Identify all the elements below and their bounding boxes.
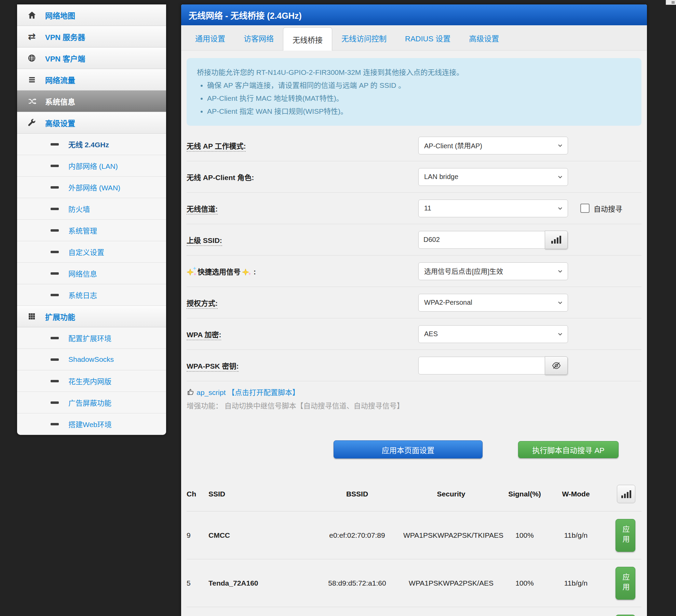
chevron-down-icon xyxy=(557,205,564,212)
apply-page-settings-button[interactable]: 应用本页面设置 xyxy=(334,440,483,458)
quick-signal-select[interactable]: 选用信号后点击[应用]生效 xyxy=(418,262,568,280)
info-bullet: AP-Client 指定 WAN 接口规则(WISP特性)。 xyxy=(207,105,631,118)
sidebar-subitem-label: 搭建Web环境 xyxy=(68,419,112,429)
ap-script-link[interactable]: ap_script 【点击打开配置脚本】 xyxy=(187,387,641,397)
sidebar-item-system-info[interactable]: 系统信息 xyxy=(17,91,166,112)
table-row: 5 Tenda_72A160 58:d9:d5:72:a1:60 WPA1PSK… xyxy=(187,559,641,607)
channel-value: 11 xyxy=(424,204,431,212)
sidebar-subitem-web-env[interactable]: 搭建Web环境 xyxy=(17,413,166,435)
auth-method-label: 授权方式: xyxy=(187,298,418,308)
cell-bssid: e0:ef:02:70:07:89 xyxy=(311,531,403,539)
sidebar-subitem-custom-settings[interactable]: 自定义设置 xyxy=(17,241,166,263)
sidebar-subitem-label: 内部网络 (LAN) xyxy=(68,161,118,171)
auto-search-checkbox[interactable] xyxy=(580,204,590,213)
apply-ap-button[interactable]: 应用 xyxy=(616,519,635,552)
sidebar-subitem-peanut-shell[interactable]: 花生壳内网版 xyxy=(17,370,166,392)
row-quick-signal: 快捷选用信号 : 选用信号后点击[应用]生效 xyxy=(187,256,641,287)
chevron-down-icon xyxy=(557,174,564,180)
sidebar-subitem-wan[interactable]: 外部网络 (WAN) xyxy=(17,177,166,198)
sidebar-item-label: 网络流量 xyxy=(45,74,75,85)
actions-row: 应用本页面设置 执行脚本自动搜寻 AP xyxy=(181,440,647,458)
sidebar-subitem-system-admin[interactable]: 系统管理 xyxy=(17,220,166,241)
dash-icon xyxy=(51,401,59,404)
cell-ch: 5 xyxy=(187,579,208,587)
sidebar-subitem-system-log[interactable]: 系统日志 xyxy=(17,284,166,306)
sparkles-icon xyxy=(187,266,198,276)
wrench-icon xyxy=(26,118,38,127)
sidebar-item-extensions[interactable]: 扩展功能 xyxy=(17,306,166,327)
chevron-down-icon xyxy=(557,142,564,149)
dash-icon xyxy=(51,380,59,382)
dash-icon xyxy=(51,294,59,296)
tab-guest-network[interactable]: 访客网络 xyxy=(234,25,283,50)
sidebar-item-vpn-client[interactable]: VPN 客户端 xyxy=(17,47,166,69)
col-ssid: SSID xyxy=(208,490,311,498)
sidebar-subitem-label: 广告屏蔽功能 xyxy=(68,397,111,408)
ap-scan-table: Ch SSID BSSID Security Signal(%) W-Mode … xyxy=(181,477,647,616)
ap-client-role-select[interactable]: LAN bridge xyxy=(418,168,568,186)
page-header: 无线网络 - 无线桥接 (2.4GHz) xyxy=(181,4,647,25)
wpa-encryption-value: AES xyxy=(424,330,438,338)
sidebar-subitem-config-ext-env[interactable]: 配置扩展环境 xyxy=(17,327,166,349)
retweet-icon: ⇄ xyxy=(26,31,38,42)
thumbs-up-icon xyxy=(187,388,194,396)
sidebar-subitem-label: 系统管理 xyxy=(68,225,97,235)
home-icon xyxy=(26,11,38,20)
script-block: ap_script 【点击打开配置脚本】 增强功能： 自动切换中继信号脚本【自动… xyxy=(181,381,647,410)
info-bullets: 确保 AP 客户端连接，请设置相同的信道与远端 AP 的 SSID 。 AP-C… xyxy=(207,79,631,118)
traffic-bars-icon xyxy=(26,76,38,84)
run-script-auto-search-button[interactable]: 执行脚本自动搜寻 AP xyxy=(518,441,619,458)
page: { "sidebar": { "top": [ { "label": "网络地图… xyxy=(0,0,676,616)
sidebar-item-label: VPN 客户端 xyxy=(45,53,85,64)
dash-icon xyxy=(51,165,59,167)
tab-wireless-bridge[interactable]: 无线桥接 xyxy=(283,27,332,51)
scan-signal-button[interactable] xyxy=(545,231,568,249)
cell-wmode: 11b/g/n xyxy=(550,579,601,587)
shuffle-icon xyxy=(26,97,38,106)
cell-security: WPA1PSKWPA2PSK/AES xyxy=(403,579,499,587)
show-password-button[interactable] xyxy=(545,356,568,375)
sidebar-item-network-traffic[interactable]: 网络流量 xyxy=(17,69,166,91)
eye-slash-icon xyxy=(552,361,561,370)
cell-signal: 100% xyxy=(499,579,550,587)
apply-ap-button[interactable]: 应用 xyxy=(616,567,635,600)
tab-general-settings[interactable]: 通用设置 xyxy=(186,25,234,50)
sidebar-subitem-wireless-24ghz[interactable]: 无线 2.4GHz xyxy=(17,134,166,155)
wpa-psk-key-label: WPA-PSK 密钥: xyxy=(187,360,418,371)
wpa-psk-key-input[interactable] xyxy=(418,357,545,374)
sidebar-subitem-ad-block[interactable]: 广告屏蔽功能 xyxy=(17,392,166,413)
sidebar-item-network-map[interactable]: 网络地图 xyxy=(17,4,166,26)
sidebar-subitem-label: 外部网络 (WAN) xyxy=(68,182,120,192)
parent-ssid-input[interactable] xyxy=(418,231,545,249)
signal-bars-icon xyxy=(551,236,561,244)
table-row: 13 W-Vanelek d4:00:04:0c:b9:4e WPA1PSKWP… xyxy=(187,607,641,616)
sidebar-subitem-label: 防火墙 xyxy=(68,204,90,214)
sidebar-subitem-network-info[interactable]: 网络信息 xyxy=(17,263,166,284)
wpa-encryption-select[interactable]: AES xyxy=(418,325,568,343)
dash-icon xyxy=(51,186,59,189)
apply-ap-button[interactable]: 应用 xyxy=(616,615,635,616)
dash-icon xyxy=(51,337,59,339)
sidebar-subitem-label: 自定义设置 xyxy=(68,247,104,257)
sidebar-subitem-lan[interactable]: 内部网络 (LAN) xyxy=(17,155,166,177)
rescan-button[interactable] xyxy=(617,485,635,503)
browser-scrollbar-top[interactable] xyxy=(666,0,676,5)
signal-bars-icon xyxy=(621,490,631,498)
sidebar-subitem-label: 花生壳内网版 xyxy=(68,376,111,386)
content-panel: 无线网络 - 无线桥接 (2.4GHz) 通用设置 访客网络 无线桥接 无线访问… xyxy=(181,4,647,616)
channel-select[interactable]: 11 xyxy=(418,200,568,217)
cell-bssid: 58:d9:d5:72:a1:60 xyxy=(311,579,403,587)
tab-advanced-settings[interactable]: 高级设置 xyxy=(460,25,508,50)
cell-ch: 9 xyxy=(187,531,208,539)
auth-method-select[interactable]: WPA2-Personal xyxy=(418,294,568,312)
ap-mode-select[interactable]: AP-Client (禁用AP) xyxy=(418,137,568,154)
tab-wireless-access-control[interactable]: 无线访问控制 xyxy=(332,25,396,50)
row-ap-mode: 无线 AP 工作模式: AP-Client (禁用AP) xyxy=(187,130,641,161)
grid-icon xyxy=(26,312,38,320)
sidebar-subitem-firewall[interactable]: 防火墙 xyxy=(17,198,166,220)
sidebar-item-vpn-server[interactable]: ⇄ VPN 服务器 xyxy=(17,26,166,47)
sidebar-subitem-shadowsocks[interactable]: ShadowSocks xyxy=(17,349,166,370)
tab-radius-settings[interactable]: RADIUS 设置 xyxy=(396,25,460,50)
sidebar-item-advanced-settings[interactable]: 高级设置 xyxy=(17,112,166,134)
quick-signal-value: 选用信号后点击[应用]生效 xyxy=(424,266,503,276)
